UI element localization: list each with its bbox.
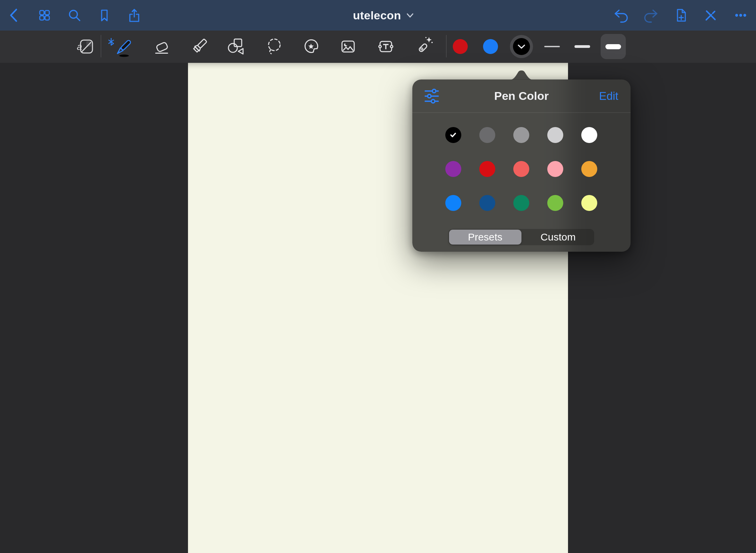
pen-color-popover: Pen Color Edit Pre	[412, 79, 631, 252]
tab-presets[interactable]: Presets	[449, 230, 521, 245]
more-icon[interactable]	[733, 8, 748, 23]
goodnotes-app: utelecon	[0, 0, 756, 553]
color-swatch-black-selected[interactable]	[510, 35, 533, 58]
pen-color-swatch-orange[interactable]	[581, 161, 597, 177]
popover-header: Pen Color Edit	[412, 79, 631, 112]
pen-color-swatch-light-gray[interactable]	[547, 127, 563, 143]
pen-color-swatch-dark-gray[interactable]	[479, 127, 495, 143]
pen-color-grid	[436, 118, 631, 220]
popover-separator	[412, 112, 631, 113]
chevron-down-icon	[407, 13, 414, 18]
sticker-tool-icon[interactable]	[300, 36, 322, 57]
check-icon	[449, 130, 458, 139]
redo-icon[interactable]	[643, 8, 658, 23]
top-nav-bar: utelecon	[0, 0, 756, 31]
thin-line-icon	[544, 46, 560, 47]
thickness-medium-button[interactable]	[570, 34, 595, 59]
text-tool-icon[interactable]	[375, 36, 397, 57]
pen-tool-icon[interactable]	[113, 36, 134, 57]
eraser-tool-icon[interactable]	[151, 36, 172, 57]
nav-left-group	[7, 0, 142, 31]
thick-line-icon	[605, 44, 621, 49]
pen-color-swatch-green[interactable]	[547, 195, 563, 211]
image-tool-icon[interactable]	[337, 36, 359, 57]
pen-color-swatch-teal-green[interactable]	[513, 195, 529, 211]
color-swatch-red[interactable]	[453, 39, 468, 54]
pen-color-swatch-black-selected[interactable]	[445, 127, 461, 143]
edit-button[interactable]: Edit	[599, 79, 618, 112]
nav-right-group	[614, 0, 748, 31]
tab-custom[interactable]: Custom	[522, 229, 595, 245]
back-icon[interactable]	[7, 8, 22, 23]
thickness-thin-button[interactable]	[539, 34, 565, 59]
pen-color-swatch-purple[interactable]	[445, 161, 461, 177]
color-swatch-blue[interactable]	[483, 39, 498, 54]
pen-color-swatch-blue[interactable]	[445, 195, 461, 211]
add-page-icon[interactable]	[673, 8, 688, 23]
pen-color-swatch-navy[interactable]	[479, 195, 495, 211]
bookmark-icon[interactable]	[97, 8, 112, 23]
presets-custom-segmented-control: Presets Custom	[448, 229, 594, 245]
pen-color-swatch-white[interactable]	[581, 127, 597, 143]
tool-bar: a	[0, 31, 756, 63]
shapes-tool-icon[interactable]	[225, 36, 247, 57]
thumbnails-icon[interactable]	[37, 8, 52, 23]
search-icon[interactable]	[67, 8, 82, 23]
popover-arrow	[509, 70, 534, 80]
laser-pointer-tool-icon[interactable]	[413, 36, 435, 57]
pen-color-swatch-coral[interactable]	[513, 161, 529, 177]
stylus-off-icon[interactable]	[703, 8, 718, 23]
popover-title: Pen Color	[412, 79, 631, 112]
medium-line-icon	[574, 45, 590, 48]
chevron-down-icon	[517, 44, 526, 49]
share-icon[interactable]	[127, 8, 142, 23]
pen-color-swatch-red[interactable]	[479, 161, 495, 177]
toolbar-divider	[446, 35, 447, 57]
svg-text:a: a	[77, 41, 82, 52]
pen-color-swatch-pink[interactable]	[547, 161, 563, 177]
thickness-thick-button[interactable]	[601, 34, 626, 59]
view-mode-icon[interactable]: a	[75, 36, 97, 57]
pen-color-swatch-yellow[interactable]	[581, 195, 597, 211]
highlighter-tool-icon[interactable]	[188, 36, 210, 57]
lasso-tool-icon[interactable]	[263, 36, 285, 57]
toolbar-divider	[101, 35, 101, 57]
pen-color-swatch-gray[interactable]	[513, 127, 529, 143]
document-title-menu[interactable]: utelecon	[353, 0, 414, 31]
document-title: utelecon	[353, 9, 401, 22]
undo-icon[interactable]	[614, 8, 629, 23]
